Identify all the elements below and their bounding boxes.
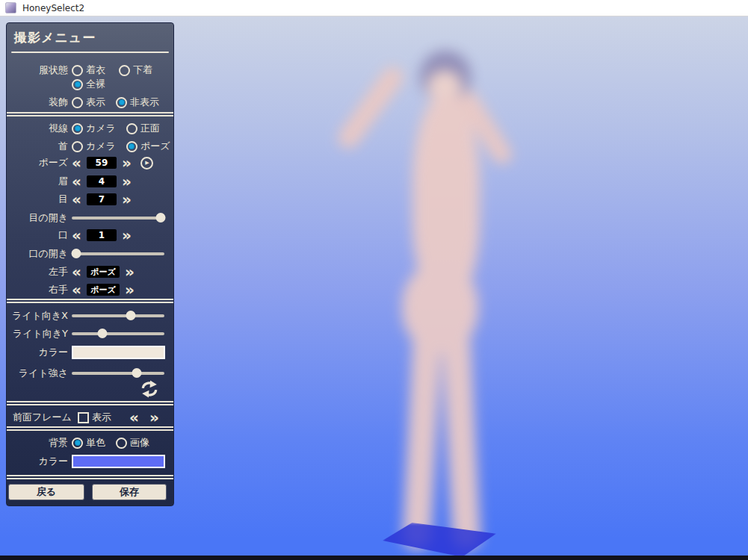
clothing-row-2: 全裸 [10, 77, 169, 92]
eye-next-button[interactable]: » [122, 193, 132, 205]
mouth-prev-button[interactable]: « [72, 229, 81, 241]
pose-row: ポーズ « 59 » ▶ [10, 155, 169, 170]
light-y-slider[interactable] [72, 332, 164, 335]
light-color-row: カラー [10, 344, 169, 361]
light-x-slider[interactable] [72, 314, 164, 317]
light-strength-slider-handle[interactable] [132, 368, 141, 378]
mouth-open-slider-handle[interactable] [72, 249, 81, 258]
left-hand-label: 左手 [10, 265, 68, 279]
radio-neck-camera[interactable] [72, 141, 83, 152]
character-arm-left [334, 63, 407, 152]
light-reset-icon[interactable] [139, 380, 160, 398]
radio-nude[interactable] [72, 79, 83, 90]
mouth-label: 口 [10, 228, 68, 242]
bg-solid-label: 単色 [86, 436, 105, 449]
right-hand-next-button[interactable]: » [125, 284, 135, 296]
light-y-slider-handle[interactable] [97, 329, 107, 338]
eye-open-label: 目の開き [10, 211, 68, 225]
neck-row: 首 カメラ ポーズ [10, 139, 169, 154]
right-hand-row: 右手 « ポーズ » [10, 282, 169, 297]
brow-value: 4 [87, 175, 117, 187]
divider [7, 426, 173, 431]
front-frame-label: 前面フレーム [13, 411, 74, 424]
front-frame-checkbox[interactable] [78, 412, 89, 423]
character-leg-left [402, 320, 442, 550]
clothing-row: 服状態 着衣 下着 [10, 63, 169, 78]
title-underline [11, 52, 169, 53]
right-hand-label: 右手 [10, 283, 68, 296]
radio-neck-pose[interactable] [126, 141, 137, 152]
light-strength-label: ライト強さ [10, 367, 68, 380]
brow-prev-button[interactable]: « [72, 175, 81, 187]
radio-gaze-front[interactable] [126, 123, 137, 134]
left-hand-row: 左手 « ポーズ » [10, 264, 169, 279]
radio-gaze-camera[interactable] [72, 123, 83, 134]
eye-open-slider-handle[interactable] [156, 213, 166, 223]
gaze-label: 視線 [10, 122, 68, 135]
left-hand-next-button[interactable]: » [125, 266, 135, 278]
viewport-3d: 撮影メニュー 服状態 着衣 下着 全裸 装飾 表示 [0, 16, 748, 560]
pose-label: ポーズ [10, 156, 68, 169]
neck-label: 首 [10, 140, 68, 153]
accessory-label: 装飾 [10, 96, 68, 109]
eye-open-slider[interactable] [72, 217, 164, 220]
radio-bg-image[interactable] [116, 438, 127, 449]
right-hand-prev-button[interactable]: « [72, 284, 81, 296]
neck-pose-label: ポーズ [140, 140, 170, 153]
divider [7, 299, 173, 303]
front-frame-row: 前面フレーム 表示 « » [10, 410, 169, 425]
photo-menu-panel: 撮影メニュー 服状態 着衣 下着 全裸 装飾 表示 [6, 22, 174, 506]
light-strength-row: ライト強さ [10, 366, 169, 381]
brow-label: 眉 [10, 175, 68, 188]
window-title: HoneySelect2 [22, 3, 84, 13]
radio-accessory-show[interactable] [72, 97, 83, 108]
background-label: 背景 [10, 436, 68, 449]
brow-next-button[interactable]: » [122, 175, 132, 187]
window-titlebar: HoneySelect2 [0, 0, 748, 16]
light-color-swatch[interactable] [72, 346, 165, 359]
front-frame-next-button[interactable]: » [149, 411, 159, 423]
light-x-slider-handle[interactable] [126, 311, 136, 320]
save-button[interactable]: 保存 [92, 484, 167, 500]
clothed-label: 着衣 [86, 63, 105, 77]
light-y-label: ライト向きY [10, 327, 68, 340]
pose-next-button[interactable]: » [122, 157, 132, 169]
accessory-show-label: 表示 [86, 96, 105, 109]
background-row: 背景 単色 画像 [10, 435, 169, 450]
gaze-camera-label: カメラ [86, 122, 116, 135]
light-x-row: ライト向きX [10, 308, 169, 323]
left-hand-prev-button[interactable]: « [72, 266, 81, 278]
gaze-row: 視線 カメラ 正面 [10, 121, 169, 136]
mouth-open-slider[interactable] [72, 252, 164, 255]
radio-accessory-hide[interactable] [116, 97, 127, 108]
mouth-next-button[interactable]: » [122, 229, 132, 241]
front-frame-show-label: 表示 [92, 411, 111, 424]
clothing-label: 服状態 [10, 63, 68, 77]
mouth-value: 1 [87, 229, 117, 241]
light-x-label: ライト向きX [10, 309, 68, 323]
accessory-hide-label: 非表示 [130, 96, 159, 109]
character-leg-right [441, 320, 481, 550]
eye-open-row: 目の開き [10, 211, 169, 225]
bg-color-swatch[interactable] [72, 455, 165, 468]
eye-label: 目 [10, 193, 68, 206]
light-y-row: ライト向きY [10, 326, 169, 341]
neck-camera-label: カメラ [86, 140, 116, 153]
play-icon[interactable]: ▶ [140, 157, 153, 169]
divider [7, 401, 173, 405]
left-hand-value: ポーズ [87, 266, 120, 278]
radio-bg-solid[interactable] [72, 438, 83, 449]
mouth-row: 口 « 1 » [10, 228, 169, 243]
back-button[interactable]: 戻る [8, 484, 84, 500]
front-frame-prev-button[interactable]: « [129, 411, 139, 423]
radio-clothed[interactable] [72, 65, 83, 76]
bg-color-row: カラー [10, 453, 169, 470]
mouth-open-row: 口の開き [10, 246, 169, 261]
eye-prev-button[interactable]: « [72, 193, 81, 205]
light-strength-slider[interactable] [72, 372, 164, 375]
accessory-row: 装飾 表示 非表示 [10, 95, 169, 110]
radio-underwear[interactable] [119, 65, 130, 76]
divider [7, 112, 173, 116]
pose-prev-button[interactable]: « [72, 157, 81, 169]
mouth-open-label: 口の開き [10, 247, 68, 261]
